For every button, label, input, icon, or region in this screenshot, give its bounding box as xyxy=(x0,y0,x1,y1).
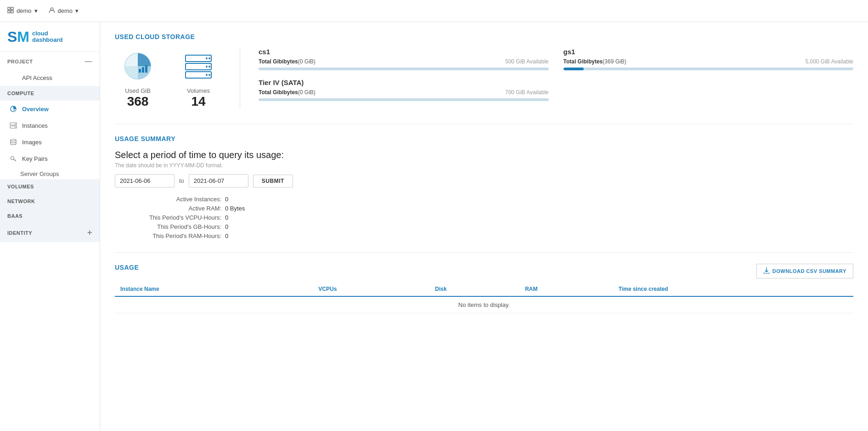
tier-iv-info: Total Gibibytes(0 GiB) 700 GiB Available xyxy=(259,89,549,96)
stat-active-ram: Active RAM: 0 Bytes xyxy=(115,205,853,212)
usage-table-body: No items to display. xyxy=(115,296,853,313)
server-icon xyxy=(9,121,17,130)
usage-table-header-row: Instance Name VCPUs Disk RAM Time since … xyxy=(115,282,853,296)
sidebar-item-server-groups[interactable]: Server Groups xyxy=(0,167,100,179)
user-switcher[interactable]: demo ▾ xyxy=(49,7,79,15)
sidebar-item-images[interactable]: Images xyxy=(0,134,100,150)
volumes-label: Volumes xyxy=(187,87,210,94)
col-instance-name: Instance Name xyxy=(115,282,313,296)
download-icon xyxy=(763,267,770,275)
stat-label: This Period's VCPU-Hours: xyxy=(115,214,225,221)
download-csv-label: DOWNLOAD CSV SUMMARY xyxy=(772,268,846,274)
user-icon xyxy=(49,7,55,15)
svg-point-19 xyxy=(206,57,208,59)
sidebar-section-baas-label: BAAS xyxy=(7,213,23,219)
stat-value: 0 xyxy=(225,196,228,203)
sidebar-item-overview[interactable]: Overview xyxy=(0,101,100,117)
used-gib-card: Used GiB 368 xyxy=(115,48,161,109)
tier-gs1: gs1 Total Gibibytes(369 GiB) 5,000 GiB A… xyxy=(564,48,854,70)
sidebar-item-label: Images xyxy=(22,139,42,146)
used-gib-label: Used GiB xyxy=(125,87,151,94)
svg-rect-1 xyxy=(11,7,13,10)
no-items-row: No items to display. xyxy=(115,296,853,313)
divider1 xyxy=(115,124,853,124)
sidebar-section-compute[interactable]: COMPUTE xyxy=(0,86,100,101)
tier-iv-available: 700 GiB Available xyxy=(505,89,549,96)
stat-gb-hours: This Period's GB-Hours: 0 xyxy=(115,223,853,230)
col-vcpus: VCPUs xyxy=(313,282,429,296)
tier-gs1-info: Total Gibibytes(369 GiB) 5,000 GiB Avail… xyxy=(564,58,854,65)
volumes-card: Volumes 14 xyxy=(175,48,221,109)
volumes-icon xyxy=(180,48,217,85)
submit-button[interactable]: SUBMIT xyxy=(253,175,293,187)
sidebar-section-volumes-label: VOLUMES xyxy=(7,184,34,189)
tier-iv-name: Tier IV (SATA) xyxy=(259,79,549,86)
sidebar-section-project-label: PROJECT xyxy=(7,59,33,64)
user-label: demo xyxy=(58,7,73,14)
svg-rect-13 xyxy=(139,69,141,73)
tier-gs1-name: gs1 xyxy=(564,48,854,56)
tier-iv: Tier IV (SATA) Total Gibibytes(0 GiB) 70… xyxy=(259,79,549,101)
api-icon xyxy=(9,74,17,82)
svg-rect-2 xyxy=(8,11,10,13)
date-to-input[interactable] xyxy=(189,174,248,187)
minus-icon: — xyxy=(85,57,93,66)
usage-section: USAGE DOWNLOAD CSV SUMMARY Instance Name xyxy=(115,264,853,313)
sidebar-item-label: API Access xyxy=(22,74,52,81)
svg-point-22 xyxy=(209,66,210,68)
logo-text: cloud dashboard xyxy=(32,30,62,44)
no-items-text: No items to display. xyxy=(115,296,853,313)
tier-gs1-used: Total Gibibytes(369 GiB) xyxy=(564,58,626,65)
download-csv-button[interactable]: DOWNLOAD CSV SUMMARY xyxy=(756,264,853,278)
tier-cs1: cs1 Total Gibibytes(0 GiB) 500 GiB Avail… xyxy=(259,48,549,70)
stat-value: 0 Bytes xyxy=(225,205,245,212)
tier-cs1-progress xyxy=(259,68,549,70)
usage-summary-title: USAGE SUMMARY xyxy=(115,135,853,142)
tier-gs1-progress xyxy=(564,68,854,70)
svg-point-8 xyxy=(15,124,16,125)
pie-chart-icon xyxy=(119,48,156,85)
usage-table: Instance Name VCPUs Disk RAM Time since … xyxy=(115,282,853,313)
storage-divider xyxy=(240,48,240,109)
svg-point-10 xyxy=(11,139,16,141)
sidebar-item-instances[interactable]: Instances xyxy=(0,117,100,134)
sidebar-item-label: Key Pairs xyxy=(22,155,48,162)
sidebar-section-network[interactable]: NETWORK xyxy=(0,194,100,209)
used-gib-value: 368 xyxy=(127,94,149,109)
sidebar-section-network-label: NETWORK xyxy=(7,198,35,204)
svg-point-9 xyxy=(15,127,16,128)
stat-value: 0 xyxy=(225,223,228,230)
col-disk: Disk xyxy=(429,282,519,296)
sidebar-item-label: Server Groups xyxy=(20,170,59,177)
date-from-input[interactable] xyxy=(115,174,175,187)
storage-section: USED CLOUD STORAGE xyxy=(115,33,853,109)
sidebar-section-volumes[interactable]: VOLUMES xyxy=(0,179,100,194)
stat-label: This Period's RAM-Hours: xyxy=(115,233,225,239)
svg-rect-15 xyxy=(145,65,147,73)
tier-gs1-fill xyxy=(564,68,584,70)
tiers-columns: cs1 Total Gibibytes(0 GiB) 500 GiB Avail… xyxy=(259,48,853,101)
svg-rect-3 xyxy=(11,11,13,13)
project-label: demo xyxy=(17,7,32,14)
sidebar-item-key-pairs[interactable]: Key Pairs xyxy=(0,150,100,167)
volumes-value: 14 xyxy=(191,94,205,109)
sidebar-section-identity-label: IDENTITY xyxy=(7,230,32,236)
stat-value: 0 xyxy=(225,214,228,221)
project-switcher[interactable]: demo ▾ xyxy=(7,7,38,15)
svg-point-21 xyxy=(206,66,208,68)
tier-iv-progress xyxy=(259,98,549,101)
usage-query-hint: The date should be in YYYY-MM-DD format. xyxy=(115,162,853,169)
grid-icon xyxy=(7,7,14,15)
sidebar-item-api-access[interactable]: API Access xyxy=(0,69,100,86)
stat-label: Active Instances: xyxy=(115,196,225,203)
sidebar-section-project[interactable]: PROJECT — xyxy=(0,52,100,69)
stat-active-instances: Active Instances: 0 xyxy=(115,196,853,203)
sidebar-section-baas[interactable]: BAAS xyxy=(0,209,100,223)
storage-section-title: USED CLOUD STORAGE xyxy=(115,33,853,40)
logo: SM cloud dashboard xyxy=(0,22,100,52)
sidebar-item-label: Overview xyxy=(22,106,49,113)
tier-cs1-available: 500 GiB Available xyxy=(505,58,549,65)
stats-table: Active Instances: 0 Active RAM: 0 Bytes … xyxy=(115,196,853,239)
stat-vcpu-hours: This Period's VCPU-Hours: 0 xyxy=(115,214,853,221)
sidebar-section-identity[interactable]: IDENTITY + xyxy=(0,223,100,242)
